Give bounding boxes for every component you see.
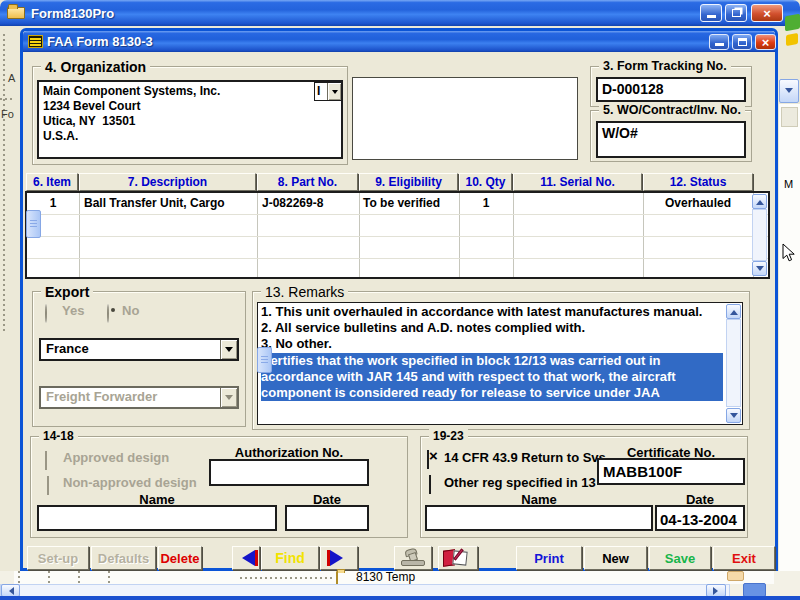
contract-input[interactable]: W/O# <box>596 121 746 158</box>
outer-close-button[interactable]: × <box>751 4 783 22</box>
table-scroll-thumb[interactable] <box>26 210 41 238</box>
block-19-23-fieldset: 19-23 14 CFR 43.9 Return to Svs Other re… <box>420 436 748 538</box>
close-icon: × <box>762 36 770 49</box>
date-input-19-23[interactable]: 04-13-2004 <box>655 505 745 531</box>
remarks-scroll-down-button[interactable] <box>726 408 741 423</box>
table-scroll-down-button[interactable] <box>752 261 767 276</box>
cell-item: 1 <box>27 196 79 210</box>
tracking-label: 3. Form Tracking No. <box>599 59 731 73</box>
export-yes-label: Yes <box>62 303 84 318</box>
find-button[interactable]: Find <box>261 546 319 570</box>
block-14-18-fieldset: 14-18 Approved design Non-approved desig… <box>30 436 408 538</box>
freight-forwarder-value: Freight Forwarder <box>41 388 220 407</box>
v-scroll-fragment[interactable] <box>743 583 766 597</box>
exit-button[interactable]: Exit <box>713 546 775 570</box>
secondary-org-textbox[interactable] <box>352 77 578 160</box>
export-country-value: France <box>41 340 220 359</box>
defaults-button: Defaults <box>91 546 156 570</box>
dialog-maximize-button[interactable] <box>732 34 752 50</box>
restore-icon <box>732 9 741 17</box>
col-header-item[interactable]: 6. Item <box>26 173 78 191</box>
delete-button[interactable]: Delete <box>158 546 202 570</box>
cell-eligibility: To be verified <box>363 196 440 210</box>
export-no-radio <box>107 304 109 323</box>
maximize-icon <box>738 38 747 46</box>
print-button[interactable]: Print <box>516 546 582 570</box>
remarks-selected-text: Certifies that the work specified in blo… <box>261 353 723 402</box>
organization-textbox[interactable]: Main Component Systems, Inc. 1234 Bevel … <box>37 80 343 159</box>
certificate-no-input[interactable]: MABB100F <box>597 458 745 485</box>
outer-titlebar[interactable]: Form8130Pro <box>0 0 800 26</box>
dialog-close-button[interactable]: × <box>755 34 776 50</box>
authorization-no-label: Authorization No. <box>209 445 369 460</box>
app-folder-icon <box>7 7 25 19</box>
tree-scroll-fragment <box>727 571 744 581</box>
dialog-title: FAA Form 8130-3 <box>47 34 153 49</box>
arrow-left-icon <box>234 550 255 566</box>
remarks-line: 3. No other. <box>261 336 723 352</box>
block-14-18-label: 14-18 <box>39 429 78 443</box>
cell-part-no: J-082269-8 <box>262 196 323 210</box>
nav-bar-icon <box>255 550 258 566</box>
col-header-qty[interactable]: 10. Qty <box>459 173 512 191</box>
windows-flag-green-icon <box>785 14 800 32</box>
name-input-14-18[interactable] <box>37 505 277 531</box>
dialog-minimize-button[interactable] <box>709 34 729 50</box>
sign-button[interactable] <box>438 546 478 570</box>
arrow-up-icon <box>730 306 738 315</box>
faa-form-icon <box>28 35 43 48</box>
left-separator <box>0 98 14 100</box>
authorization-no-input[interactable] <box>209 459 369 486</box>
table-scroll-track[interactable] <box>752 209 767 261</box>
cfr-return-label: 14 CFR 43.9 Return to Svs <box>444 450 606 465</box>
remarks-text: 1. This unit overhauled in accordance wi… <box>261 304 723 420</box>
right-scroll-down-button[interactable] <box>779 79 799 103</box>
items-table-body[interactable]: 1 Ball Transfer Unit, Cargo J-082269-8 T… <box>25 191 770 279</box>
approved-design-label: Approved design <box>63 450 169 465</box>
col-header-description[interactable]: 7. Description <box>79 173 256 191</box>
approved-design-checkbox <box>45 451 47 470</box>
col-header-part-no[interactable]: 8. Part No. <box>257 173 358 191</box>
organization-combo[interactable]: I <box>314 82 342 101</box>
new-button[interactable]: New <box>584 546 647 570</box>
dialog-titlebar[interactable]: FAA Form 8130-3 <box>23 31 775 52</box>
minimize-icon <box>707 15 716 18</box>
org-line: Main Component Systems, Inc. <box>43 84 220 98</box>
outer-minimize-button[interactable] <box>700 4 722 22</box>
close-icon: × <box>763 7 771 20</box>
find-next-button[interactable] <box>320 546 358 570</box>
table-scroll-up-button[interactable] <box>752 194 767 209</box>
tree-item-8130-temp[interactable]: 8130 Temp <box>356 570 415 584</box>
export-yes-radio <box>45 304 47 323</box>
date-input-14-18[interactable] <box>285 505 369 531</box>
setup-button: Set-up <box>27 546 89 570</box>
cfr-return-checkbox[interactable] <box>427 450 429 469</box>
tracking-input[interactable]: D-000128 <box>596 77 746 102</box>
other-reg-label: Other reg specified in 13 <box>444 475 596 490</box>
col-header-serial-no[interactable]: 11. Serial No. <box>513 173 642 191</box>
non-approved-design-label: Non-approved design <box>63 475 197 490</box>
save-button[interactable]: Save <box>649 546 711 570</box>
freight-forwarder-combo: Freight Forwarder <box>39 386 239 409</box>
arrow-right-icon <box>713 587 722 595</box>
col-header-status[interactable]: 12. Status <box>643 173 753 191</box>
chevron-down-icon[interactable] <box>220 340 237 359</box>
name-input-19-23[interactable] <box>425 505 653 531</box>
arrow-down-icon <box>756 266 764 275</box>
outer-restore-button[interactable] <box>725 4 747 22</box>
org-line: Utica, NY 13501 <box>43 114 136 128</box>
remarks-scroll-up-button[interactable] <box>726 304 741 319</box>
arrow-down-icon <box>785 88 793 97</box>
outer-window-title: Form8130Pro <box>31 6 114 21</box>
find-previous-button[interactable] <box>232 546 260 570</box>
arrow-left-icon <box>5 587 14 595</box>
remarks-scroll-thumb[interactable] <box>257 347 272 373</box>
export-country-combo[interactable]: France <box>39 338 239 361</box>
col-header-eligibility[interactable]: 9. Eligibility <box>359 173 458 191</box>
arrow-right-icon <box>330 550 351 566</box>
arrow-down-icon <box>730 413 738 422</box>
toolbar-grip <box>3 34 5 334</box>
chevron-down-icon[interactable] <box>327 83 341 100</box>
remarks-textbox[interactable]: 1. This unit overhauled in accordance wi… <box>257 302 743 425</box>
remarks-scroll-track[interactable] <box>726 319 741 407</box>
